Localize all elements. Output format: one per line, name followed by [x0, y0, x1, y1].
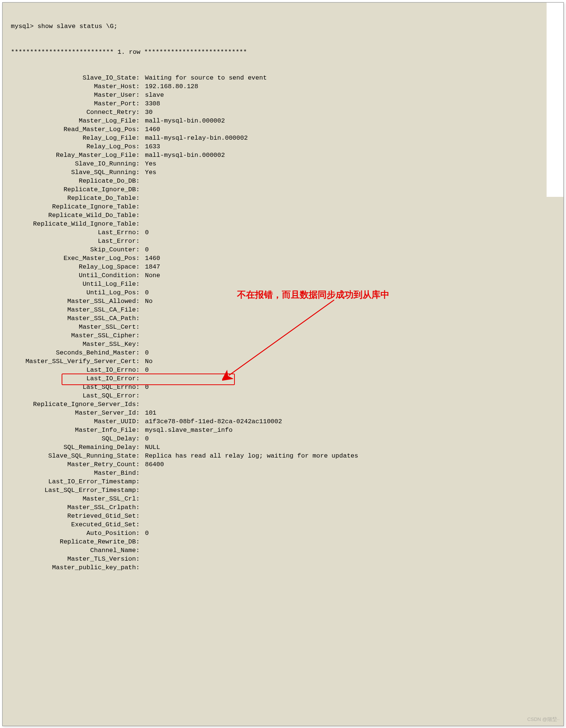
colon: : — [136, 82, 141, 91]
status-row: Last_IO_Error: — [11, 374, 563, 383]
field-label: Master_SSL_Crl — [11, 495, 136, 503]
status-row: Master_SSL_Cert: — [11, 323, 563, 331]
field-value: 0 — [141, 366, 149, 374]
status-row: Slave_IO_Running: Yes — [11, 159, 563, 168]
field-label: Master_public_key_path — [11, 563, 136, 572]
field-value: 0 — [141, 383, 149, 391]
field-value: Replica has read all relay log; waiting … — [141, 452, 358, 460]
status-row: Until_Condition: None — [11, 271, 563, 280]
field-label: Last_SQL_Error — [11, 391, 136, 400]
field-label: Master_Info_File — [11, 426, 136, 434]
colon: : — [136, 245, 141, 254]
status-row: Master_Info_File: mysql.slave_master_inf… — [11, 426, 563, 434]
colon: : — [136, 555, 141, 563]
field-value: 1460 — [141, 125, 160, 134]
field-label: Replicate_Wild_Do_Table — [11, 211, 136, 220]
status-row: Master_Host: 192.168.80.128 — [11, 82, 563, 91]
field-label: Read_Master_Log_Pos — [11, 125, 136, 134]
status-row: Master_Port: 3308 — [11, 99, 563, 108]
field-value: 0 — [141, 529, 149, 538]
status-row: Replicate_Do_DB: — [11, 177, 563, 185]
field-label: SQL_Remaining_Delay — [11, 443, 136, 452]
status-row: Replicate_Ignore_Server_Ids: — [11, 400, 563, 409]
field-label: Last_Errno — [11, 228, 136, 237]
field-label: SQL_Delay — [11, 434, 136, 443]
colon: : — [136, 142, 141, 151]
status-row: Master_SSL_CA_Path: — [11, 314, 563, 323]
colon: : — [136, 271, 141, 280]
field-label: Until_Condition — [11, 271, 136, 280]
colon: : — [136, 228, 141, 237]
field-value: 86400 — [141, 460, 164, 469]
colon: : — [136, 477, 141, 486]
status-row: Master_SSL_Cipher: — [11, 331, 563, 340]
status-row: Last_SQL_Error: — [11, 391, 563, 400]
colon: : — [136, 340, 141, 348]
colon: : — [136, 520, 141, 529]
colon: : — [136, 452, 141, 460]
field-value: 0 — [141, 288, 149, 297]
field-value: 0 — [141, 228, 149, 237]
status-row: Master_SSL_Key: — [11, 340, 563, 348]
field-label: Master_SSL_Verify_Server_Cert — [11, 357, 136, 366]
status-row: Master_Server_Id: 101 — [11, 409, 563, 417]
field-label: Relay_Log_Pos — [11, 142, 136, 151]
field-label: Exec_Master_Log_Pos — [11, 254, 136, 263]
status-row: Master_SSL_Crl: — [11, 495, 563, 503]
field-label: Replicate_Ignore_Table — [11, 202, 136, 211]
colon: : — [136, 323, 141, 331]
colon: : — [136, 74, 141, 82]
colon: : — [136, 211, 141, 220]
status-row: Retrieved_Gtid_Set: — [11, 512, 563, 520]
status-row: Replicate_Rewrite_DB: — [11, 538, 563, 546]
field-label: Last_Error — [11, 237, 136, 245]
field-label: Seconds_Behind_Master — [11, 348, 136, 357]
status-row: Replicate_Wild_Ignore_Table: — [11, 220, 563, 228]
field-value: Waiting for source to send event — [141, 74, 267, 82]
status-row: Master_Retry_Count: 86400 — [11, 460, 563, 469]
status-row: SQL_Delay: 0 — [11, 434, 563, 443]
field-value: mall-mysql-bin.000002 — [141, 117, 225, 125]
field-value: No — [141, 297, 153, 306]
status-row: Exec_Master_Log_Pos: 1460 — [11, 254, 563, 263]
field-value: NULL — [141, 443, 160, 452]
field-label: Replicate_Do_Table — [11, 194, 136, 202]
field-label: Until_Log_Pos — [11, 288, 136, 297]
colon: : — [136, 254, 141, 263]
colon: : — [136, 306, 141, 314]
status-row: Connect_Retry: 30 — [11, 108, 563, 117]
field-label: Master_User — [11, 91, 136, 99]
colon: : — [136, 159, 141, 168]
colon: : — [136, 348, 141, 357]
status-row: Master_User: slave — [11, 91, 563, 99]
status-row: Last_SQL_Error_Timestamp: — [11, 486, 563, 495]
field-label: Channel_Name — [11, 546, 136, 555]
colon: : — [136, 151, 141, 159]
field-value: 30 — [141, 108, 153, 117]
field-value: No — [141, 357, 153, 366]
field-label: Master_SSL_Cert — [11, 323, 136, 331]
colon: : — [136, 417, 141, 426]
status-row: Master_public_key_path: — [11, 563, 563, 572]
colon: : — [136, 400, 141, 409]
field-label: Slave_IO_State — [11, 74, 136, 82]
status-row: Relay_Log_Space: 1847 — [11, 263, 563, 271]
colon: : — [136, 469, 141, 477]
status-row: Replicate_Wild_Do_Table: — [11, 211, 563, 220]
status-row: Master_TLS_Version: — [11, 555, 563, 563]
field-label: Until_Log_File — [11, 280, 136, 288]
status-row: Last_IO_Error_Timestamp: — [11, 477, 563, 486]
field-label: Slave_SQL_Running — [11, 168, 136, 177]
status-row: Master_UUID: a1f3ce78-08bf-11ed-82ca-024… — [11, 417, 563, 426]
status-row: Executed_Gtid_Set: — [11, 520, 563, 529]
field-value: 0 — [141, 348, 149, 357]
colon: : — [136, 220, 141, 228]
colon: : — [136, 357, 141, 366]
status-row: Last_SQL_Errno: 0 — [11, 383, 563, 391]
field-label: Master_Port — [11, 99, 136, 108]
colon: : — [136, 460, 141, 469]
field-label: Slave_IO_Running — [11, 159, 136, 168]
field-label: Replicate_Rewrite_DB — [11, 538, 136, 546]
field-label: Last_IO_Error_Timestamp — [11, 477, 136, 486]
field-label: Last_SQL_Error_Timestamp — [11, 486, 136, 495]
